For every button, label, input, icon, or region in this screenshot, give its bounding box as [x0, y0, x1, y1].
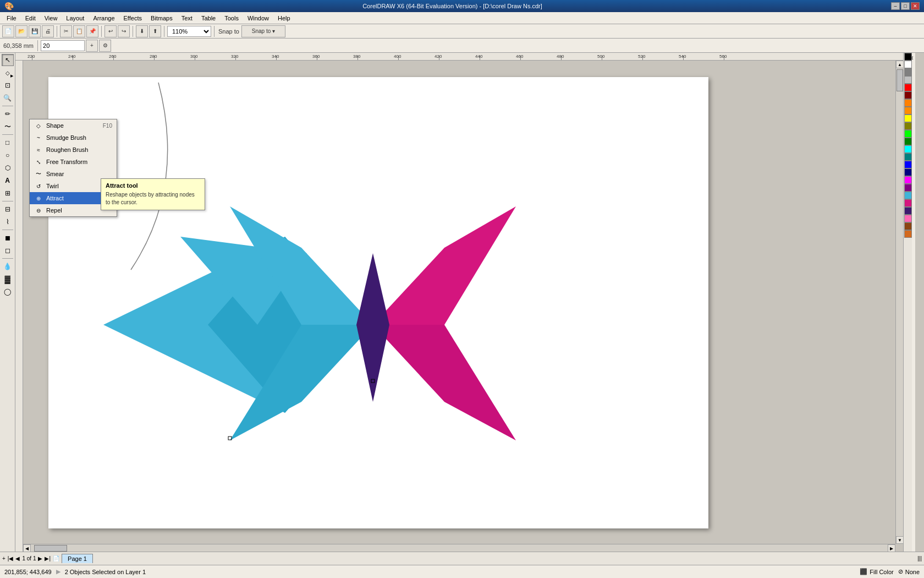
save-button[interactable]: 💾 — [29, 25, 41, 37]
palette-color[interactable] — [904, 199, 912, 207]
palette-color[interactable] — [904, 145, 912, 153]
palette-color[interactable] — [904, 68, 912, 76]
dimension-tool[interactable]: ⊟ — [2, 203, 14, 215]
export-button[interactable]: ⬆ — [149, 25, 161, 37]
palette-color[interactable] — [904, 122, 912, 130]
maximize-button[interactable]: □ — [901, 2, 910, 10]
ctx-item-free-transform[interactable]: ⤡Free Transform — [30, 156, 117, 168]
palette-color[interactable] — [904, 138, 912, 145]
page-last-btn[interactable]: ▶| — [45, 555, 51, 561]
print-button[interactable]: 🖨 — [42, 25, 54, 37]
palette-color[interactable] — [904, 99, 912, 107]
polygon-tool[interactable]: ⬡ — [2, 162, 14, 174]
palette-color[interactable] — [904, 61, 912, 68]
ctx-item-smudge-brush[interactable]: ~Smudge Brush — [30, 132, 117, 144]
open-button[interactable]: 📂 — [15, 25, 28, 37]
ruler-label: 460 — [516, 54, 523, 59]
palette-color[interactable] — [904, 184, 912, 192]
page-prev-btn[interactable]: ◀ — [15, 555, 20, 561]
palette-color[interactable] — [904, 76, 912, 84]
coord-input[interactable] — [41, 40, 85, 51]
hscrollbar[interactable]: ◀ ▶ — [23, 544, 895, 552]
palette-color[interactable] — [904, 91, 912, 99]
add-page-btn[interactable]: + — [2, 555, 6, 561]
fill-label: Fill Color — [870, 569, 893, 575]
eyedropper-tool[interactable]: 💧 — [2, 260, 14, 272]
freehand-tool[interactable]: ✏ — [2, 108, 14, 120]
shape-tool[interactable]: ◇ ▶ — [2, 67, 14, 79]
menu-item-file[interactable]: File — [2, 12, 21, 24]
palette-color[interactable] — [904, 161, 912, 168]
palette-color[interactable] — [904, 222, 912, 230]
ctx-label-repel: Repel — [46, 207, 62, 214]
select-tool[interactable]: ↖ — [2, 54, 14, 66]
outline-label: None — [905, 569, 920, 575]
text-tool[interactable]: A — [2, 175, 14, 187]
scroll-left-btn[interactable]: ◀ — [23, 544, 31, 552]
new-button[interactable]: 📄 — [2, 25, 14, 37]
palette-color[interactable] — [904, 215, 912, 222]
add-coord-button[interactable]: + — [86, 40, 98, 52]
rectangle-tool[interactable]: □ — [2, 137, 14, 149]
palette-color[interactable] — [904, 176, 912, 184]
menu-item-view[interactable]: View — [40, 12, 62, 24]
menu-item-table[interactable]: Table — [197, 12, 220, 24]
page-tab-1[interactable]: Page 1 — [62, 554, 93, 563]
connector-tool[interactable]: ⌇ — [2, 216, 14, 228]
fill-tool[interactable]: ▓ — [2, 273, 14, 285]
menu-item-edit[interactable]: Edit — [21, 12, 40, 24]
ctx-item-shape[interactable]: ◇ShapeF10 — [30, 119, 117, 132]
scroll-thumb-h[interactable] — [34, 545, 67, 552]
zoom-tool[interactable]: 🔍 — [2, 92, 14, 104]
dropshadow-tool[interactable]: ◼ — [2, 232, 14, 244]
smartdraw-tool[interactable]: 〜 — [2, 121, 14, 133]
palette-color[interactable] — [904, 130, 912, 138]
scroll-right-btn[interactable]: ▶ — [888, 544, 895, 552]
scroll-thumb-v[interactable] — [897, 69, 903, 91]
menu-item-tools[interactable]: Tools — [220, 12, 243, 24]
palette-color[interactable] — [904, 53, 912, 61]
ctx-icon-smudge-brush: ~ — [34, 133, 43, 142]
menu-item-layout[interactable]: Layout — [62, 12, 89, 24]
canvas-container: 2202402602803003203403603804004204404604… — [15, 53, 903, 552]
table-tool[interactable]: ⊞ — [2, 187, 14, 199]
palette-color[interactable] — [904, 153, 912, 161]
zoom-select[interactable]: 110% 100% 75% 50% — [167, 26, 211, 37]
page-next-btn[interactable]: ▶ — [38, 555, 42, 561]
ruler-label: 300 — [190, 54, 197, 59]
vscrollbar[interactable]: ▲ ▼ — [895, 61, 903, 544]
ctx-item-roughen-brush[interactable]: ≈Roughen Brush — [30, 144, 117, 156]
outline-tool[interactable]: ◯ — [2, 286, 14, 298]
palette-color[interactable] — [904, 230, 912, 238]
page-first-btn[interactable]: |◀ — [8, 555, 14, 561]
palette-color[interactable] — [904, 114, 912, 122]
palette-color[interactable] — [904, 107, 912, 114]
menu-item-arrange[interactable]: Arrange — [89, 12, 119, 24]
menu-item-window[interactable]: Window — [243, 12, 273, 24]
crop-tool[interactable]: ⊡ — [2, 79, 14, 91]
menu-item-bitmaps[interactable]: Bitmaps — [146, 12, 177, 24]
snap-dropdown[interactable]: Snap to ▾ — [241, 25, 285, 37]
tooltip: Attract tool Reshape objects by attracti… — [101, 178, 205, 210]
transparency-tool[interactable]: ◻ — [2, 244, 14, 257]
paste-button[interactable]: 📌 — [86, 25, 98, 37]
palette-color[interactable] — [904, 168, 912, 176]
page-options-btn[interactable]: 📄 — [53, 555, 59, 561]
cut-button[interactable]: ✂ — [60, 25, 72, 37]
scroll-up-btn[interactable]: ▲ — [896, 61, 903, 68]
menu-item-text[interactable]: Text — [177, 12, 197, 24]
menu-item-effects[interactable]: Effects — [119, 12, 146, 24]
palette-color[interactable] — [904, 207, 912, 215]
palette-color[interactable] — [904, 84, 912, 91]
copy-button[interactable]: 📋 — [73, 25, 85, 37]
menu-item-help[interactable]: Help — [273, 12, 295, 24]
import-button[interactable]: ⬇ — [136, 25, 148, 37]
minimize-button[interactable]: – — [891, 2, 900, 10]
settings-button[interactable]: ⚙ — [99, 40, 111, 52]
undo-button[interactable]: ↩ — [105, 25, 117, 37]
ellipse-tool[interactable]: ○ — [2, 149, 14, 161]
redo-button[interactable]: ↪ — [118, 25, 130, 37]
scroll-down-btn[interactable]: ▼ — [896, 536, 903, 544]
close-button[interactable]: ✕ — [911, 2, 920, 10]
palette-color[interactable] — [904, 192, 912, 199]
